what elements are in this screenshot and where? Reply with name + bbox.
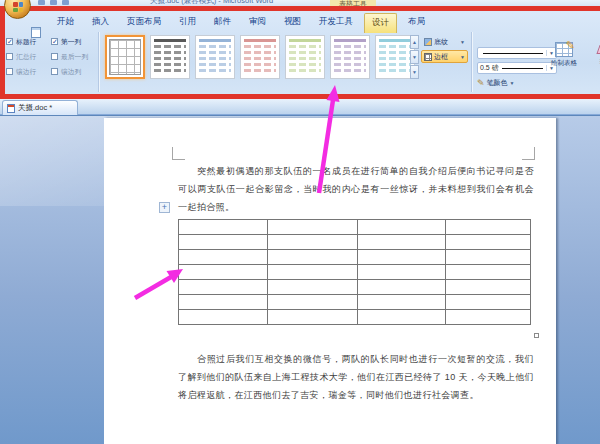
table-row [179, 310, 531, 325]
stripe-row [289, 51, 321, 54]
checkbox-header-row[interactable]: ✓标题行 [6, 34, 51, 49]
table-cell[interactable] [179, 280, 268, 295]
table-move-handle[interactable]: + [159, 202, 170, 213]
document-area: 突然最初偶遇的那支队伍的一名成员在进行简单的自我介绍后便向书记寻问是否可以两支队… [0, 115, 600, 444]
table-cell[interactable] [179, 265, 268, 280]
table-cell[interactable] [358, 220, 446, 235]
document-tab-bar: 关摄.doc * [0, 99, 600, 115]
stripe-row [379, 63, 411, 66]
stripe-row [334, 39, 366, 42]
eraser-button[interactable]: 擦除 [586, 42, 600, 78]
gallery-scroll-down-icon[interactable]: ▼ [410, 50, 419, 64]
table-cell[interactable] [446, 265, 531, 280]
checkbox-label: 最后一列 [61, 52, 88, 62]
table-cell[interactable] [358, 295, 446, 310]
shading-icon [424, 38, 432, 46]
stripe-row [379, 39, 411, 42]
table-cell[interactable] [446, 280, 531, 295]
borders-button[interactable]: 边框 ▼ [421, 50, 468, 63]
table-cell[interactable] [358, 280, 446, 295]
table-cell[interactable] [358, 235, 446, 250]
table-cell[interactable] [179, 295, 268, 310]
unchecked-checkbox-icon[interactable] [6, 53, 13, 60]
table-style-swatch-1[interactable] [105, 35, 145, 79]
group-table-style-options: ✓标题行汇总行镶边行✓第一列最后一列镶边列 [6, 34, 96, 79]
stripe-row [289, 63, 321, 66]
document-table[interactable] [178, 219, 531, 325]
table-style-swatch-5[interactable] [285, 35, 325, 79]
table-cell[interactable] [268, 250, 358, 265]
stripe-row [199, 63, 231, 66]
redo-icon[interactable] [62, 0, 69, 5]
checked-checkbox-icon[interactable]: ✓ [51, 38, 58, 45]
checkbox-first-column[interactable]: ✓第一列 [51, 34, 96, 49]
table-cell[interactable] [446, 235, 531, 250]
stripe-row [334, 69, 366, 72]
checkbox-total-row[interactable]: 汇总行 [6, 49, 51, 64]
table-cell[interactable] [446, 220, 531, 235]
table-style-swatch-2[interactable] [150, 35, 190, 79]
paragraph-2[interactable]: 合照过后我们互相交换的微信号，两队的队长同时也进行一次短暂的交流，我们了解到他们… [178, 350, 534, 404]
word-doc-icon [7, 104, 15, 113]
table-cell[interactable] [268, 220, 358, 235]
checked-checkbox-icon[interactable]: ✓ [6, 38, 13, 45]
table-cell[interactable] [446, 250, 531, 265]
table-cell[interactable] [358, 265, 446, 280]
draw-table-icon: ✎ [555, 42, 573, 57]
checkbox-label: 第一列 [61, 37, 81, 47]
table-styles-gallery [105, 35, 415, 79]
stripe-row [154, 51, 186, 54]
table-cell[interactable] [179, 250, 268, 265]
document-tab[interactable]: 关摄.doc * [2, 100, 78, 115]
table-cell[interactable] [268, 235, 358, 250]
pen-color-button[interactable]: ✎ 笔颜色 ▼ [477, 77, 529, 89]
table-cell[interactable] [358, 250, 446, 265]
stripe-row [289, 45, 321, 48]
paragraph-1[interactable]: 突然最初偶遇的那支队伍的一名成员在进行简单的自我介绍后便向书记寻问是否可以两支队… [178, 162, 534, 216]
stripe-row [289, 57, 321, 60]
table-cell[interactable] [358, 310, 446, 325]
stripe-row [244, 57, 276, 60]
stripe-row [154, 57, 186, 60]
table-cell[interactable] [268, 310, 358, 325]
table-cell[interactable] [268, 295, 358, 310]
table-cell[interactable] [268, 280, 358, 295]
table-cell[interactable] [446, 310, 531, 325]
stripe-row [379, 45, 411, 48]
table-body [179, 220, 531, 325]
shading-button[interactable]: 底纹 ▼ [421, 35, 468, 48]
table-style-swatch-7[interactable] [375, 35, 415, 79]
table-style-swatch-3[interactable] [195, 35, 235, 79]
gallery-scroll-up-icon[interactable]: ▲ [410, 35, 419, 49]
stripe-row [379, 57, 411, 60]
unchecked-checkbox-icon[interactable] [51, 68, 58, 75]
borders-label: 边框 [434, 52, 448, 62]
unchecked-checkbox-icon[interactable] [6, 68, 13, 75]
checkbox-last-column[interactable]: 最后一列 [51, 49, 96, 64]
checkbox-banded-rows[interactable]: 镶边行 [6, 64, 51, 79]
table-cell[interactable] [179, 310, 268, 325]
table-cell[interactable] [179, 235, 268, 250]
pencil-icon: ✎ [477, 79, 485, 88]
table-cell[interactable] [446, 295, 531, 310]
table-style-swatch-4[interactable] [240, 35, 280, 79]
shading-label: 底纹 [434, 37, 448, 47]
document-page[interactable]: 突然最初偶遇的那支队伍的一名成员在进行简单的自我介绍后便向书记寻问是否可以两支队… [104, 118, 556, 444]
margin-crop-mark [522, 147, 535, 160]
stripe-row [199, 39, 231, 42]
table-cell[interactable] [268, 265, 358, 280]
checkbox-banded-columns[interactable]: 镶边列 [51, 64, 96, 79]
stripe-row [199, 45, 231, 48]
eraser-icon [596, 45, 600, 54]
gallery-more-icon[interactable]: ▼ [410, 65, 419, 79]
table-style-swatch-6[interactable] [330, 35, 370, 79]
table-cell[interactable] [179, 220, 268, 235]
draw-table-button[interactable]: ✎ 绘制表格 [544, 42, 584, 78]
office-logo-icon [13, 2, 23, 12]
stripe-row [154, 39, 186, 42]
save-icon[interactable] [38, 0, 45, 5]
stripe-row [334, 63, 366, 66]
undo-icon[interactable] [50, 0, 57, 5]
unchecked-checkbox-icon[interactable] [51, 53, 58, 60]
table-resize-handle[interactable] [534, 333, 539, 338]
